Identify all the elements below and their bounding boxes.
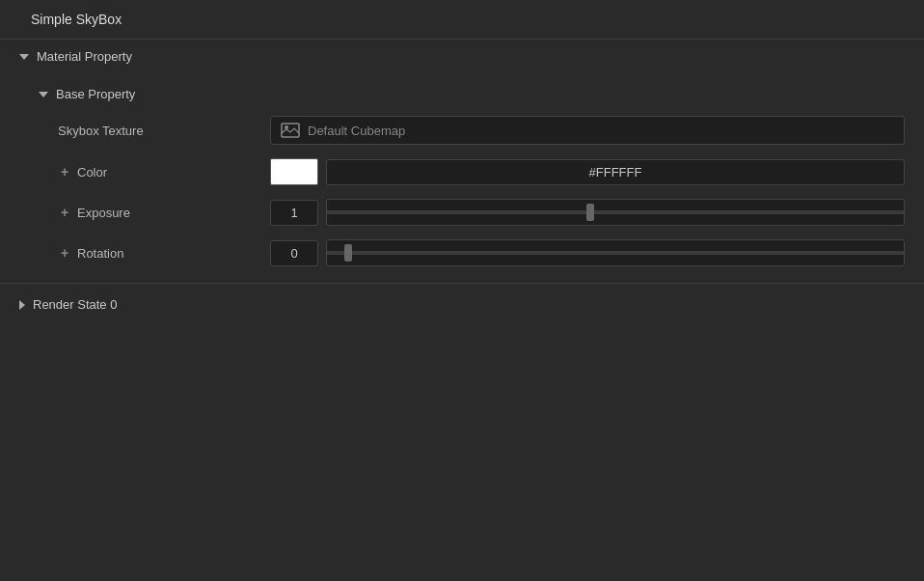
color-hex-field[interactable]: #FFFFFF [326,159,905,185]
base-property-label: Base Property [56,87,135,101]
skybox-texture-field[interactable]: Default Cubemap [270,116,905,145]
color-label-text: Color [77,165,107,180]
rotation-number-value: 0 [290,246,297,261]
rotation-slider-track [327,251,904,255]
rotation-label: + Rotation [58,245,270,261]
material-property-header[interactable]: Material Property [0,40,924,73]
render-state-label: Render State 0 [33,297,117,312]
skybox-texture-placeholder: Default Cubemap [308,124,405,138]
exposure-number-field[interactable]: 1 [270,200,318,226]
panel-title: Simple SkyBox [0,0,924,40]
skybox-texture-value: Default Cubemap [270,116,905,145]
color-swatch[interactable] [270,158,318,185]
color-plus-icon[interactable]: + [58,164,71,180]
material-property-section: Material Property Base Property Skybox T… [0,40,924,279]
inspector-panel: Simple SkyBox Material Property Base Pro… [0,0,924,321]
render-state-arrow-icon [19,300,25,310]
rotation-plus-icon[interactable]: + [58,245,71,261]
exposure-slider[interactable] [326,199,905,226]
material-property-content: Base Property Skybox Texture [0,73,924,279]
texture-icon [281,123,300,138]
color-row: + Color #FFFFFF [0,152,924,192]
color-hex-value: #FFFFFF [589,165,642,180]
skybox-texture-label-text: Skybox Texture [58,124,144,138]
exposure-row: + Exposure 1 [0,192,924,233]
panel-title-text: Simple SkyBox [31,12,122,27]
skybox-texture-label: Skybox Texture [58,124,270,138]
rotation-row: + Rotation 0 [0,233,924,273]
rotation-label-text: Rotation [77,246,123,261]
exposure-label: + Exposure [58,205,270,220]
exposure-value: 1 [270,199,905,226]
skybox-texture-row: Skybox Texture Default Cubemap [0,109,924,152]
exposure-label-text: Exposure [77,206,130,220]
exposure-slider-handle[interactable] [586,204,594,221]
rotation-slider-handle[interactable] [344,244,352,262]
rotation-value: 0 [270,239,905,266]
rotation-number-field[interactable]: 0 [270,240,318,266]
color-value: #FFFFFF [270,158,905,185]
exposure-plus-icon[interactable]: + [58,205,71,220]
material-property-arrow-icon [19,54,29,60]
rotation-slider[interactable] [326,239,905,266]
base-property-header[interactable]: Base Property [0,79,924,109]
material-property-label: Material Property [37,49,132,64]
base-property-arrow-icon [39,92,48,97]
color-label: + Color [58,164,270,180]
exposure-number-value: 1 [290,206,297,220]
render-state-header[interactable]: Render State 0 [0,288,924,321]
render-state-section: Render State 0 [0,288,924,321]
exposure-slider-track [327,210,904,214]
section-divider [0,283,924,284]
